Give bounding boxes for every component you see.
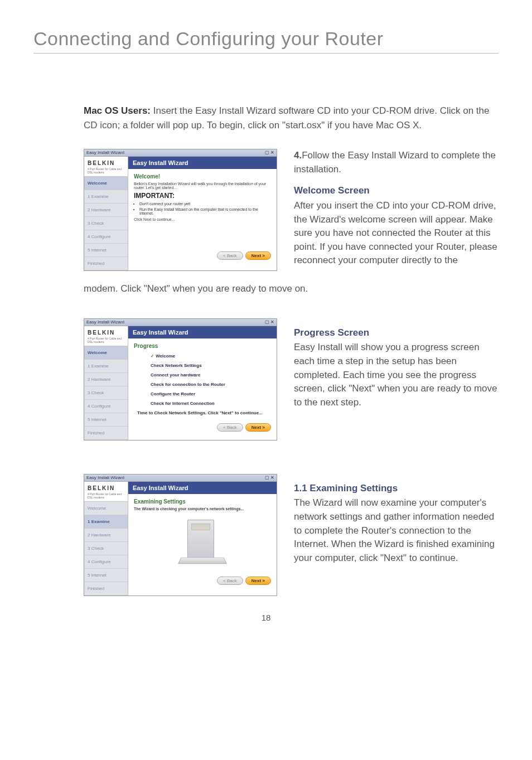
welcome-body-part1: After you insert the CD into your CD-ROM… bbox=[294, 199, 499, 268]
back-button[interactable]: < Back bbox=[217, 423, 243, 432]
window-controls-icon: ▢ ✕ bbox=[265, 319, 274, 326]
sidebar-step-hardware: 2 Hardware bbox=[84, 204, 128, 217]
wizard-welcome-screenshot: Easy Install Wizard ▢ ✕ BELKIN 4 Port Ro… bbox=[84, 149, 277, 271]
sidebar-step-check: 3 Check bbox=[84, 386, 128, 400]
sidebar-step-finished: Finished bbox=[84, 427, 128, 440]
mac-intro-lead: Mac OS Users: bbox=[84, 105, 151, 116]
sidebar-step-welcome: Welcome bbox=[84, 502, 128, 515]
wiz1-line1: Belkin's Easy Installation Wizard will w… bbox=[134, 182, 271, 190]
wizard-window-title: Easy Install Wizard bbox=[86, 475, 124, 481]
wizard-sidebar: BELKIN 4 Port Router for Cable and DSL m… bbox=[84, 326, 128, 440]
welcome-body-wrap: modem. Click "Next" when you are ready t… bbox=[84, 282, 499, 296]
wizard-sidebar: BELKIN 4 Port Router for Cable and DSL m… bbox=[84, 482, 128, 596]
sidebar-step-welcome: Welcome bbox=[84, 177, 128, 190]
wizard-banner: Easy Install Wizard bbox=[128, 326, 277, 338]
sidebar-step-examine: 1 Examine bbox=[84, 515, 128, 529]
sidebar-step-configure: 4 Configure bbox=[84, 230, 128, 244]
sidebar-step-check: 3 Check bbox=[84, 542, 128, 555]
sidebar-step-internet: 5 Internet bbox=[84, 244, 128, 257]
sidebar-step-hardware: 2 Hardware bbox=[84, 373, 128, 386]
window-controls-icon: ▢ ✕ bbox=[265, 149, 274, 156]
belkin-sublogo: 4 Port Router for Cable and DSL modems bbox=[84, 337, 128, 346]
back-button[interactable]: < Back bbox=[217, 251, 243, 260]
page-number: 18 bbox=[33, 613, 499, 622]
wizard-banner: Easy Install Wizard bbox=[128, 157, 277, 169]
step4-text: 4.Follow the Easy Install Wizard to comp… bbox=[294, 149, 499, 176]
sidebar-step-finished: Finished bbox=[84, 582, 128, 596]
sidebar-step-configure: 4 Configure bbox=[84, 400, 128, 413]
wiz2-heading: Progress bbox=[134, 343, 271, 349]
wiz3-line1: The Wizard is checking your computer's n… bbox=[134, 507, 271, 511]
step4-lead: 4. bbox=[294, 150, 302, 161]
progress-item-check-router: Check for connection to the Router bbox=[151, 382, 271, 387]
belkin-logo: BELKIN bbox=[84, 157, 128, 167]
progress-item-check-internet: Check for Internet Connection bbox=[151, 401, 271, 406]
sidebar-step-internet: 5 Internet bbox=[84, 413, 128, 427]
wizard-titlebar: Easy Install Wizard ▢ ✕ bbox=[84, 475, 277, 482]
sidebar-step-examine: 1 Examine bbox=[84, 190, 128, 204]
wizard-titlebar: Easy Install Wizard ▢ ✕ bbox=[84, 319, 277, 326]
examining-heading: 1.1 Examining Settings bbox=[294, 482, 499, 496]
wizard-examining-screenshot: Easy Install Wizard ▢ ✕ BELKIN 4 Port Ro… bbox=[84, 474, 277, 596]
wizard-window-title: Easy Install Wizard bbox=[86, 319, 124, 326]
progress-item-connect-hw: Connect your hardware bbox=[151, 372, 271, 377]
wiz3-heading: Examining Settings bbox=[134, 498, 271, 505]
wizard-titlebar: Easy Install Wizard ▢ ✕ bbox=[84, 149, 277, 157]
window-controls-icon: ▢ ✕ bbox=[265, 475, 274, 481]
progress-item-check-network: Check Network Settings bbox=[151, 363, 271, 368]
wizard-sidebar: BELKIN 4 Port Router for Cable and DSL m… bbox=[84, 157, 128, 270]
sidebar-step-examine: 1 Examine bbox=[84, 360, 128, 373]
next-button[interactable]: Next > bbox=[245, 251, 271, 260]
sidebar-step-finished: Finished bbox=[84, 257, 128, 270]
step4-body: Follow the Easy Install Wizard to comple… bbox=[294, 150, 496, 175]
wizard-banner: Easy Install Wizard bbox=[128, 482, 277, 494]
computer-illustration bbox=[177, 514, 228, 564]
wiz2-note: Time to Check Network Settings. Click "N… bbox=[137, 410, 271, 415]
belkin-sublogo: 4 Port Router for Cable and DSL modems bbox=[84, 167, 128, 177]
wizard-progress-screenshot: Easy Install Wizard ▢ ✕ BELKIN 4 Port Ro… bbox=[84, 318, 277, 440]
wiz1-bullet2: Run the Easy Install Wizard on the compu… bbox=[139, 207, 271, 215]
next-button[interactable]: Next > bbox=[245, 577, 271, 585]
title-divider bbox=[33, 53, 499, 54]
wiz1-line2: Click Next to continue... bbox=[134, 217, 271, 221]
page-title: Connecting and Configuring your Router bbox=[33, 28, 499, 50]
belkin-logo: BELKIN bbox=[84, 482, 128, 492]
sidebar-step-welcome: Welcome bbox=[84, 346, 128, 360]
next-button[interactable]: Next > bbox=[245, 423, 271, 432]
sidebar-step-check: 3 Check bbox=[84, 217, 128, 230]
wizard-window-title: Easy Install Wizard bbox=[86, 149, 124, 156]
progress-body: Easy Install will show you a progress sc… bbox=[294, 341, 499, 409]
progress-heading: Progress Screen bbox=[294, 326, 499, 340]
belkin-sublogo: 4 Port Router for Cable and DSL modems bbox=[84, 492, 128, 502]
sidebar-step-internet: 5 Internet bbox=[84, 569, 128, 582]
belkin-logo: BELKIN bbox=[84, 326, 128, 337]
sidebar-step-hardware: 2 Hardware bbox=[84, 529, 128, 542]
sidebar-step-configure: 4 Configure bbox=[84, 555, 128, 569]
wiz1-heading: Welcome! bbox=[134, 173, 271, 180]
welcome-heading: Welcome Screen bbox=[294, 184, 499, 198]
back-button[interactable]: < Back bbox=[217, 577, 243, 585]
mac-intro-paragraph: Mac OS Users: Insert the Easy Install Wi… bbox=[84, 104, 499, 132]
progress-item-configure: Configure the Router bbox=[151, 391, 271, 396]
wiz1-bullet1: Don't connect your router yet! bbox=[139, 202, 271, 206]
progress-item-welcome: Welcome bbox=[151, 354, 271, 359]
examining-body: The Wizard will now examine your compute… bbox=[294, 496, 499, 565]
wiz1-important: IMPORTANT: bbox=[134, 192, 271, 200]
